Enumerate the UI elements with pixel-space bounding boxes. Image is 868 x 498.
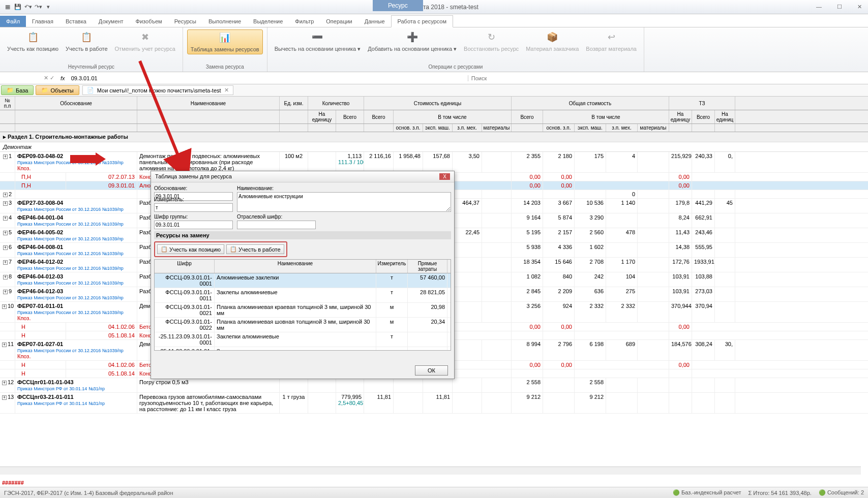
tab-resource-work[interactable]: Работа с ресурсом [391,15,453,27]
tab-resources[interactable]: Ресурсы [168,16,202,27]
dlg-grid-row[interactable]: ФССЦ-09.3.01.01-0001 Алюминиевые заклепк… [155,273,451,288]
btn-account-in-work[interactable]: 📋Учесть в работе [63,29,111,53]
section-header[interactable]: ▸ Раздел 1. Строительно-монтажные работы [0,132,868,142]
expand-icon[interactable]: + [3,201,8,206]
dlg-grid[interactable]: Шифр Наименование Измеритель Прямые затр… [154,259,451,351]
btn-customer-material[interactable]: 📦Материал заказчика [523,29,582,53]
dlg-grid-row[interactable]: -25.11.23.09.3.01.01-0001 Заклепки алюми… [155,332,451,347]
col-obsh[interactable]: Общая стоимость [512,97,669,110]
col-num[interactable]: № п.п [0,97,15,110]
expand-icon[interactable]: + [3,216,8,221]
fx-label: fx [57,75,68,81]
label-obosn: Обоснование: [154,185,233,191]
btn-account-as-position[interactable]: 📋Учесть как позицию [4,29,62,53]
subsection-header: Демонтаж [0,142,868,152]
status-messages[interactable]: 🟢 Сообщений: 2 [819,489,864,496]
formula-cancel-icon[interactable]: ✕ ✓ [41,75,57,81]
expand-icon[interactable]: + [3,154,8,159]
nav-objects[interactable]: 📁 Объекты [36,85,79,95]
btn-add-price[interactable]: ➕Добавить на основании ценника ▾ [365,29,460,53]
table-row[interactable]: +12 ФССЦпг01-01-01-043Приказ Минстроя РФ… [0,378,868,393]
expand-icon[interactable]: + [3,260,8,265]
qat-save-icon[interactable]: 💾 [13,3,22,12]
expand-icon[interactable]: + [2,395,7,400]
table-row[interactable]: +13 ФССЦпг03-21-01-011Приказ Минстроя РФ… [0,393,868,414]
nav-base[interactable]: 📁 База [1,85,34,95]
formula-input[interactable] [68,75,468,81]
dlg-grid-row[interactable]: ФССЦ-09.3.01.01-0021 Планка алюминиевая … [155,303,451,318]
status-left: ГЭСН-2017, ФЕР-2017 (с Изм. 1-4) Базовый… [4,490,173,496]
tab-main[interactable]: Главная [26,16,59,27]
close-icon[interactable]: ✕ [853,3,866,11]
dlg-btn-in-work[interactable]: 📋 Учесть в работе [226,244,284,254]
tab-operations[interactable]: Операции [320,16,358,27]
context-tab[interactable]: Ресурс [373,0,423,11]
btn-subtract-price[interactable]: ➖Вычесть на основании ценника ▾ [272,29,364,53]
dlg-ok-button[interactable]: ОК [415,365,448,376]
expand-icon[interactable]: + [2,304,7,309]
qat-more-icon[interactable]: ▾ [44,3,53,12]
col-ed[interactable]: Ед. изм. [280,97,308,110]
dlg-section-header: Ресурсы на замену [154,231,451,239]
tab-insert[interactable]: Вставка [59,16,93,27]
expand-icon[interactable]: + [3,290,8,294]
label-naim: Наименование: [237,185,451,191]
btn-cancel-account[interactable]: ✖Отменить учет ресурса [112,29,178,53]
input-izm[interactable] [154,203,233,212]
group-replacement: Замена ресурса [187,63,263,70]
dlg-grid-row[interactable]: ФССЦ-09.3.01.01-0011 Заклепы алюминиевые… [155,288,451,303]
input-shifr[interactable] [154,221,233,229]
col-tz[interactable]: ТЗ [669,97,735,110]
group-resource-ops: Операции с ресурсами [272,63,640,70]
expand-icon[interactable]: + [3,231,8,235]
tab-execution[interactable]: Выполнение [202,16,247,27]
col-naim[interactable]: Наименование [137,97,280,110]
hashes-indicator: ####### [2,480,24,486]
menu-tabs: Файл Главная Вставка Документ Физобъем Р… [0,14,868,27]
input-naim[interactable]: Алюминиевые конструкции [237,192,451,212]
tab-physvol[interactable]: Физобъем [130,16,168,27]
btn-restore-resource[interactable]: ↻Восстановить ресурс [461,29,522,53]
tab-file[interactable]: Файл [0,16,26,27]
label-shifr: Шифр группы: [154,214,233,220]
status-calc-mode[interactable]: 🟢 Баз.-индексный расчет [673,489,741,496]
col-kol[interactable]: Количество [308,97,364,110]
minimize-icon[interactable]: — [812,3,826,11]
btn-replacement-table[interactable]: 📊Таблица замены ресурсов [187,29,263,54]
expand-icon[interactable]: + [3,245,8,250]
replacement-dialog: Таблица замены для ресурса X Обоснование… [151,171,455,379]
tab-selection[interactable]: Выделение [247,16,289,27]
label-izm: Измеритель: [154,197,233,202]
dialog-close-icon[interactable]: X [439,173,450,180]
label-otr: Отраслевой шифр: [237,214,316,220]
btn-return-material[interactable]: ↩Возврат материала [583,29,640,53]
dlg-grid-row[interactable]: -25.11.23.09.3.01.01-0011 Заклепы алюмин… [155,347,451,351]
dlg-btn-as-position[interactable]: 📋 Учесть как позицию [157,244,224,254]
qat-undo-icon[interactable]: ↶▾ [23,3,33,12]
status-total: Σ Итого: 54 161 393,48р. [748,490,811,496]
horizontal-scrollbar[interactable] [0,466,861,475]
tab-data[interactable]: Данные [358,16,391,27]
dialog-title: Таблица замены для ресурса [155,173,232,180]
search-input[interactable] [468,75,868,81]
qat-redo-icon[interactable]: ↷▾ [34,3,43,12]
group-unaccounted: Неучтенный ресурс [4,63,178,70]
dlg-grid-row[interactable]: ФССЦ-09.3.01.01-0022 Планка алюминиевая … [155,318,451,332]
app-icon: ▦ [3,3,12,12]
table-row[interactable]: +1 ФЕР09-03-048-02Приказ Минстроя России… [0,152,868,173]
expand-icon[interactable]: + [2,381,7,385]
maximize-icon[interactable]: ☐ [833,3,846,11]
input-otr[interactable] [237,221,316,229]
expand-icon[interactable]: + [2,343,7,347]
col-stoim[interactable]: Стоимость единицы [364,97,512,110]
expand-icon[interactable]: + [3,193,8,197]
tab-document[interactable]: Документ [93,16,130,27]
expand-icon[interactable]: + [3,275,8,279]
close-doc-icon[interactable]: ✕ [224,87,229,94]
document-tab[interactable]: 📄Мои сметы\!_потом можно почистить\smeta… [82,85,233,95]
tab-filter[interactable]: Фильтр [289,16,320,27]
col-obosn[interactable]: Обоснование [15,97,137,110]
